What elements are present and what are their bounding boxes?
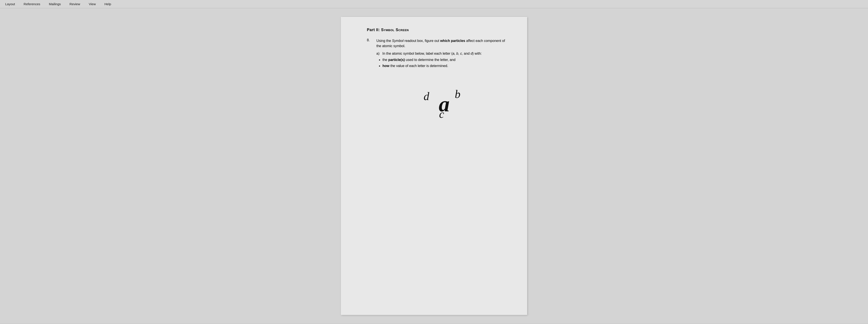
menu-item-mailings[interactable]: Mailings xyxy=(48,2,62,6)
symbol-letter-c: c xyxy=(439,106,444,122)
sub-question-a: a) In the atomic symbol below, label eac… xyxy=(376,51,510,69)
question-text: Using the Symbol readout box, figure out… xyxy=(376,38,510,125)
bullet-item-1: the particle(s) used to determine the le… xyxy=(382,57,510,63)
question-intro-italic: Symbol xyxy=(392,39,403,43)
section-title: Part II: Symbol Screen xyxy=(367,28,510,32)
menu-item-review[interactable]: Review xyxy=(69,2,81,6)
question-intro-plain: Using the xyxy=(376,39,392,43)
question-number: 8. xyxy=(367,38,373,125)
sub-question-text2: and xyxy=(463,52,471,55)
symbol-container: d b a c xyxy=(426,86,460,120)
symbol-letter-d: d xyxy=(424,88,429,105)
sub-question-label: a) In the atomic symbol below, label eac… xyxy=(376,51,510,57)
document-area: Part II: Symbol Screen 8. Using the Symb… xyxy=(0,8,868,324)
menu-item-references[interactable]: References xyxy=(23,2,41,6)
bullet2-post: the value of each letter is determined. xyxy=(390,64,448,68)
bullet1-post: used to determine the letter, and xyxy=(405,58,456,62)
menu-item-help[interactable]: Help xyxy=(103,2,112,6)
menu-item-layout[interactable]: Layout xyxy=(4,2,16,6)
sub-question-text-1: In the atomic symbol below, label each l… xyxy=(382,52,453,55)
sub-question-italic-letters: a, b, c, xyxy=(453,52,463,55)
menu-bar: Layout References Mailings Review View H… xyxy=(0,0,868,8)
symbol-letter-b: b xyxy=(455,86,460,103)
bullet-item-2: how the value of each letter is determin… xyxy=(382,63,510,69)
bullet-list: the particle(s) used to determine the le… xyxy=(376,57,510,69)
sub-question-italic-d: d xyxy=(471,52,472,55)
bullet1-bold: particle(s) xyxy=(388,58,405,62)
sub-question-label-text: a) xyxy=(376,52,379,55)
section-title-main: Symbol Screen xyxy=(381,28,409,32)
bullet2-bold: how xyxy=(382,64,390,68)
bullet1-pre: the xyxy=(382,58,388,62)
menu-item-view[interactable]: View xyxy=(88,2,97,6)
question-intro-bold: which particles xyxy=(440,39,465,43)
section-title-prefix: Part II: xyxy=(367,28,381,32)
question-intro-cont: readout box, figure out xyxy=(403,39,440,43)
sub-question-text3: ) with: xyxy=(472,52,482,55)
document-page: Part II: Symbol Screen 8. Using the Symb… xyxy=(341,17,527,315)
question-8-block: 8. Using the Symbol readout box, figure … xyxy=(367,38,510,125)
symbol-diagram: d b a c xyxy=(376,81,510,125)
